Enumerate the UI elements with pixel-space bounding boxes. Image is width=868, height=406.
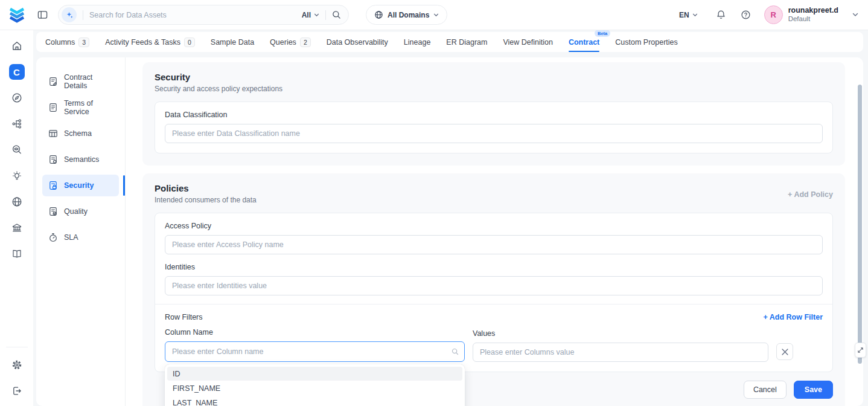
settings-gear-icon[interactable] xyxy=(7,357,27,373)
dropdown-option-id[interactable]: ID xyxy=(167,367,462,381)
governance-bank-icon[interactable] xyxy=(7,220,27,236)
column-name-label: Column Name xyxy=(165,328,465,337)
tab-count-badge: 3 xyxy=(78,37,89,47)
search-input[interactable]: Search for Data Assets xyxy=(89,11,302,19)
notifications-bell-icon[interactable] xyxy=(716,10,726,20)
tab-bar: Columns3Activity Feeds & Tasks0Sample Da… xyxy=(36,32,863,52)
contract-nav-item-security[interactable]: Security xyxy=(42,175,119,196)
tab-label: Data Observability xyxy=(327,38,388,47)
tab-view-definition[interactable]: View Definition xyxy=(503,32,552,52)
top-right-controls: EN R rounakpreet.d Default xyxy=(679,5,858,24)
table-grid-icon xyxy=(48,129,58,138)
contract-nav-label: Quality xyxy=(64,207,88,216)
vertical-scrollbar[interactable] xyxy=(858,85,862,364)
policies-subtitle: Intended consumers of the data xyxy=(155,196,257,204)
policies-title: Policies xyxy=(155,183,257,193)
add-policy-button[interactable]: + Add Policy xyxy=(788,190,833,199)
lineage-flow-icon[interactable] xyxy=(7,116,27,132)
tab-columns[interactable]: Columns3 xyxy=(45,32,89,52)
tab-label: Contract xyxy=(569,38,599,47)
tab-er-diagram[interactable]: ER Diagram xyxy=(446,32,487,52)
tab-contract[interactable]: ContractBeta xyxy=(569,32,599,52)
contract-section-nav: Contract DetailsTerms of ServiceSchemaSe… xyxy=(36,57,126,406)
values-input[interactable] xyxy=(473,343,768,362)
contract-nav-label: SLA xyxy=(64,233,78,242)
contract-nav-item-quality[interactable]: Quality xyxy=(42,201,119,222)
tab-label: Activity Feeds & Tasks xyxy=(105,38,180,47)
left-icon-rail: C xyxy=(0,30,33,406)
divider xyxy=(325,10,326,20)
identities-input[interactable] xyxy=(165,276,823,295)
contract-nav-label: Security xyxy=(64,181,94,190)
document-check-icon xyxy=(48,207,58,216)
contract-nav-label: Terms of Service xyxy=(64,99,113,116)
all-domains-button[interactable]: All Domains xyxy=(366,5,447,25)
top-navigation: Search for Data Assets All All Domains E… xyxy=(0,0,868,30)
dropdown-option-last-name[interactable]: LAST_NAME xyxy=(167,396,462,406)
tab-custom-properties[interactable]: Custom Properties xyxy=(615,32,678,52)
tab-sample-data[interactable]: Sample Data xyxy=(211,32,254,52)
knowledge-center-book-icon[interactable] xyxy=(7,246,27,262)
stopwatch-icon xyxy=(48,233,58,242)
user-menu[interactable]: R rounakpreet.d Default xyxy=(764,5,858,24)
contract-nav-item-contract-details[interactable]: Contract Details xyxy=(42,71,119,92)
domains-globe-icon[interactable] xyxy=(7,194,27,210)
contract-nav-item-schema[interactable]: Schema xyxy=(42,123,119,144)
access-policy-label: Access Policy xyxy=(165,222,823,230)
data-classification-input[interactable] xyxy=(165,124,823,143)
column-name-dropdown: IDFIRST_NAMELAST_NAME xyxy=(165,364,465,406)
avatar: R xyxy=(764,5,783,24)
all-domains-label: All Domains xyxy=(388,11,429,19)
user-name: rounakpreet.d xyxy=(788,6,838,15)
tab-lineage[interactable]: Lineage xyxy=(404,32,431,52)
document-tag-icon xyxy=(48,155,58,164)
ai-sparkle-icon[interactable] xyxy=(62,7,77,22)
access-policy-input[interactable] xyxy=(165,235,823,254)
tab-label: Lineage xyxy=(404,38,431,47)
divider xyxy=(83,10,83,20)
security-title: Security xyxy=(155,72,833,82)
data-classification-label: Data Classification xyxy=(165,111,823,119)
brand-logo[interactable] xyxy=(7,5,27,25)
tab-label: Sample Data xyxy=(211,38,254,47)
logout-icon[interactable] xyxy=(7,383,27,399)
explore-compass-icon[interactable] xyxy=(7,90,27,106)
globe-icon xyxy=(374,10,383,19)
document-lock-icon xyxy=(48,181,58,190)
global-search[interactable]: Search for Data Assets All xyxy=(58,5,349,25)
chevron-down-icon xyxy=(852,13,858,17)
tab-label: View Definition xyxy=(503,38,552,47)
cancel-button[interactable]: Cancel xyxy=(744,381,787,399)
sidebar-toggle-icon[interactable] xyxy=(37,10,48,20)
contract-nav-item-sla[interactable]: SLA xyxy=(42,227,119,248)
remove-row-filter-button[interactable] xyxy=(776,343,793,360)
search-icon xyxy=(452,348,459,355)
divider xyxy=(155,304,832,304)
language-selector[interactable]: EN xyxy=(679,11,698,19)
insights-lightbulb-icon[interactable] xyxy=(7,168,27,184)
beta-badge: Beta xyxy=(595,30,610,37)
help-icon[interactable] xyxy=(741,10,751,20)
tab-label: Columns xyxy=(45,38,75,47)
contract-nav-item-terms-of-service[interactable]: Terms of Service xyxy=(42,97,119,118)
column-name-input[interactable] xyxy=(165,341,465,362)
tab-count-badge: 0 xyxy=(184,37,195,47)
user-team: Default xyxy=(788,15,838,24)
collate-app-icon[interactable]: C xyxy=(7,64,27,80)
home-icon[interactable] xyxy=(7,38,27,54)
tab-data-observability[interactable]: Data Observability xyxy=(327,32,388,52)
tab-activity-feeds-tasks[interactable]: Activity Feeds & Tasks0 xyxy=(105,32,195,52)
chevron-down-icon xyxy=(692,13,698,17)
contract-nav-item-semantics[interactable]: Semantics xyxy=(42,149,119,170)
dropdown-option-first-name[interactable]: FIRST_NAME xyxy=(167,381,462,395)
observability-search-eye-icon[interactable] xyxy=(7,142,27,158)
tab-queries[interactable]: Queries2 xyxy=(270,32,311,52)
search-scope-dropdown[interactable]: All xyxy=(302,11,319,19)
save-button[interactable]: Save xyxy=(794,381,833,399)
search-scope-value: All xyxy=(302,11,311,19)
tab-label: Queries xyxy=(270,38,296,47)
search-icon[interactable] xyxy=(332,10,341,19)
document-edit-icon xyxy=(48,77,58,86)
add-row-filter-button[interactable]: + Add Row Filter xyxy=(764,313,823,321)
resize-handle-icon[interactable] xyxy=(855,343,866,358)
